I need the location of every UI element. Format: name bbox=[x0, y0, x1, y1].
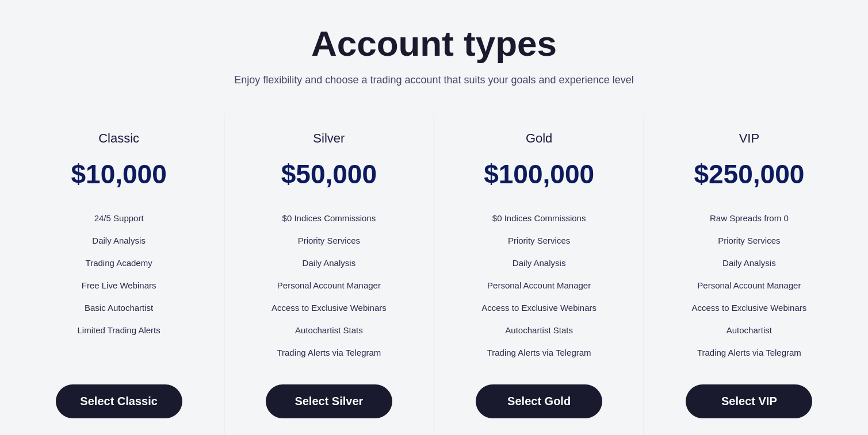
list-item: Autochartist Stats bbox=[446, 319, 632, 341]
list-item: $0 Indices Commissions bbox=[236, 207, 422, 229]
list-item: Priority Services bbox=[446, 229, 632, 252]
page-subtitle: Enjoy flexibility and choose a trading a… bbox=[234, 74, 633, 86]
card-gold-name: Gold bbox=[526, 131, 552, 146]
list-item: Personal Account Manager bbox=[656, 274, 842, 297]
list-item: Daily Analysis bbox=[236, 252, 422, 274]
select-gold-button[interactable]: Select Gold bbox=[476, 384, 602, 418]
card-gold-price: $100,000 bbox=[484, 159, 594, 190]
list-item: Autochartist bbox=[656, 319, 842, 341]
card-classic: Classic$10,00024/5 SupportDaily Analysis… bbox=[14, 114, 224, 435]
card-vip-price: $250,000 bbox=[694, 159, 804, 190]
list-item: Daily Analysis bbox=[26, 229, 212, 252]
card-silver-name: Silver bbox=[313, 131, 345, 146]
list-item: Raw Spreads from 0 bbox=[656, 207, 842, 229]
select-vip-button[interactable]: Select VIP bbox=[686, 384, 812, 418]
list-item: Priority Services bbox=[236, 229, 422, 252]
select-classic-button[interactable]: Select Classic bbox=[56, 384, 182, 418]
list-item: Autochartist Stats bbox=[236, 319, 422, 341]
list-item: Access to Exclusive Webinars bbox=[656, 297, 842, 319]
card-silver: Silver$50,000$0 Indices CommissionsPrior… bbox=[224, 114, 434, 435]
list-item: Trading Alerts via Telegram bbox=[446, 341, 632, 364]
card-silver-price: $50,000 bbox=[281, 159, 377, 190]
card-classic-price: $10,000 bbox=[71, 159, 166, 190]
select-silver-button[interactable]: Select Silver bbox=[266, 384, 392, 418]
card-vip: VIP$250,000Raw Spreads from 0Priority Se… bbox=[644, 114, 854, 435]
page-title: Account types bbox=[311, 23, 557, 64]
card-classic-name: Classic bbox=[98, 131, 139, 146]
list-item: Daily Analysis bbox=[446, 252, 632, 274]
cards-container: Classic$10,00024/5 SupportDaily Analysis… bbox=[14, 114, 854, 435]
card-gold-features: $0 Indices CommissionsPriority ServicesD… bbox=[446, 207, 632, 364]
list-item: Access to Exclusive Webinars bbox=[446, 297, 632, 319]
card-vip-features: Raw Spreads from 0Priority ServicesDaily… bbox=[656, 207, 842, 364]
card-gold: Gold$100,000$0 Indices CommissionsPriori… bbox=[434, 114, 644, 435]
list-item: Personal Account Manager bbox=[446, 274, 632, 297]
list-item: Trading Alerts via Telegram bbox=[656, 341, 842, 364]
list-item: Personal Account Manager bbox=[236, 274, 422, 297]
card-classic-features: 24/5 SupportDaily AnalysisTrading Academ… bbox=[26, 207, 212, 364]
list-item: 24/5 Support bbox=[26, 207, 212, 229]
list-item: Priority Services bbox=[656, 229, 842, 252]
list-item: Trading Alerts via Telegram bbox=[236, 341, 422, 364]
card-silver-features: $0 Indices CommissionsPriority ServicesD… bbox=[236, 207, 422, 364]
list-item: Access to Exclusive Webinars bbox=[236, 297, 422, 319]
list-item: $0 Indices Commissions bbox=[446, 207, 632, 229]
list-item: Free Live Webinars bbox=[26, 274, 212, 297]
list-item: Basic Autochartist bbox=[26, 297, 212, 319]
list-item: Trading Academy bbox=[26, 252, 212, 274]
list-item: Limited Trading Alerts bbox=[26, 319, 212, 341]
list-item: Daily Analysis bbox=[656, 252, 842, 274]
card-vip-name: VIP bbox=[739, 131, 759, 146]
